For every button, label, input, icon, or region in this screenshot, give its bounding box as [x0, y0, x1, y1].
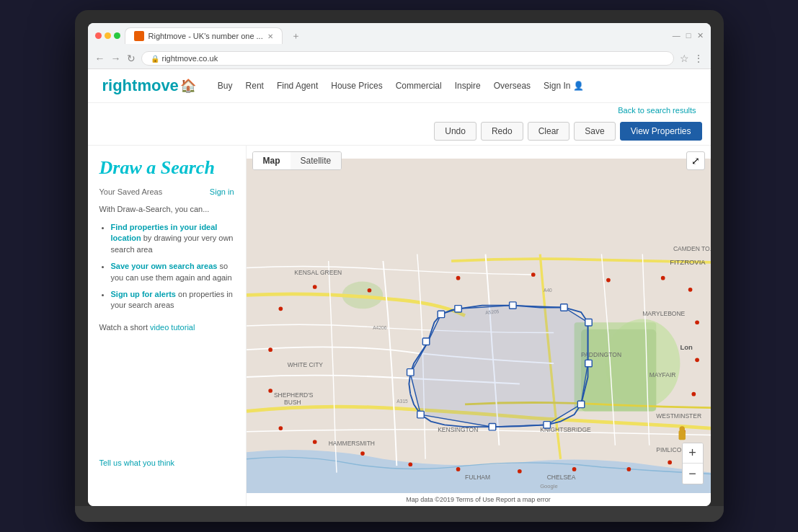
- nav-overseas[interactable]: Overseas: [494, 81, 531, 91]
- svg-text:MAYFAIR: MAYFAIR: [649, 371, 675, 378]
- close-icon[interactable]: ✕: [697, 31, 704, 40]
- svg-text:PIMLICO: PIMLICO: [656, 446, 681, 453]
- undo-button[interactable]: Undo: [434, 122, 476, 141]
- save-button[interactable]: Save: [574, 122, 615, 141]
- svg-text:Lon: Lon: [680, 343, 693, 351]
- svg-point-52: [517, 469, 521, 474]
- sidebar-footer: Tell us what you think: [99, 447, 234, 467]
- tab-favicon: [134, 31, 144, 41]
- video-tutorial-link[interactable]: video tutorial: [150, 323, 195, 332]
- svg-text:FULHAM: FULHAM: [465, 474, 490, 481]
- svg-text:A4206: A4206: [373, 325, 386, 330]
- svg-point-60: [278, 306, 283, 311]
- back-to-search-link[interactable]: Back to search results: [618, 106, 696, 115]
- new-tab-icon[interactable]: ＋: [291, 30, 301, 43]
- minimize-dot[interactable]: [105, 32, 111, 39]
- clear-button[interactable]: Clear: [528, 122, 570, 141]
- nav-commercial[interactable]: Commercial: [396, 81, 442, 91]
- star-icon[interactable]: ☆: [680, 53, 689, 64]
- back-to-search-bar: Back to search results: [88, 103, 711, 118]
- map-container[interactable]: Map Satellite ⤢: [247, 146, 711, 506]
- browser-address-bar: ← → ↻ 🔒 rightmove.co.uk ☆ ⋮: [88, 48, 711, 68]
- browser-tab[interactable]: Rightmove - UK's number one ... ✕: [125, 27, 283, 44]
- close-dot[interactable]: [95, 32, 102, 39]
- svg-rect-32: [577, 401, 584, 407]
- browser-title-bar: Rightmove - UK's number one ... ✕ ＋ — □ …: [88, 23, 711, 48]
- site-content: rightmove 🏠 Buy Rent Find Agent House Pr…: [88, 69, 711, 506]
- zoom-in-button[interactable]: +: [683, 443, 703, 464]
- svg-rect-3: [581, 329, 656, 412]
- saved-areas-bar: Your Saved Areas Sign in: [99, 187, 234, 196]
- minimize-icon[interactable]: —: [673, 31, 680, 40]
- tab-map[interactable]: Map: [253, 152, 291, 169]
- video-link-text: Watch a short: [99, 323, 151, 332]
- map-svg: KENSAL GREEN WHITE CITY SHEPHERD'S BUSH …: [247, 146, 711, 506]
- back-button[interactable]: ←: [95, 53, 105, 64]
- browser-controls: [95, 32, 120, 39]
- svg-point-55: [360, 451, 365, 456]
- nav-inspire[interactable]: Inspire: [455, 81, 481, 91]
- nav-house-prices[interactable]: House Prices: [331, 81, 382, 91]
- redo-button[interactable]: Redo: [481, 122, 523, 141]
- feature-list: Find properties in your ideal location b…: [99, 222, 234, 311]
- svg-point-58: [268, 389, 272, 393]
- svg-text:FITZROVIA: FITZROVIA: [670, 258, 706, 266]
- svg-point-42: [606, 278, 611, 283]
- svg-point-41: [531, 272, 535, 277]
- nav-signin[interactable]: Sign In 👤: [544, 81, 584, 91]
- svg-text:Google: Google: [540, 483, 557, 489]
- svg-rect-35: [417, 411, 423, 417]
- view-properties-button[interactable]: View Properties: [620, 122, 702, 141]
- logo-text: rightmove: [102, 76, 179, 95]
- svg-point-49: [668, 461, 672, 465]
- zoom-out-button[interactable]: −: [683, 464, 703, 484]
- tell-us-link[interactable]: Tell us what you think: [99, 447, 234, 467]
- refresh-button[interactable]: ↻: [127, 53, 136, 64]
- map-attribution: Map data ©2019 Terms of Use Report a map…: [406, 496, 551, 503]
- svg-point-40: [456, 276, 460, 280]
- svg-text:A40: A40: [543, 288, 551, 293]
- svg-rect-31: [585, 360, 591, 366]
- sign-in-link[interactable]: Sign in: [210, 187, 234, 196]
- svg-text:WESTMINSTER: WESTMINSTER: [656, 412, 701, 420]
- svg-marker-26: [410, 306, 588, 427]
- sidebar: Draw a Search Your Saved Areas Sign in W…: [88, 146, 247, 506]
- nav-signin-link[interactable]: Sign In: [544, 81, 570, 91]
- nav-find-agent[interactable]: Find Agent: [277, 81, 318, 91]
- svg-text:CHELSEA: CHELSEA: [546, 474, 575, 481]
- svg-text:KENSAL GREEN: KENSAL GREEN: [294, 269, 342, 276]
- tab-close-icon[interactable]: ✕: [267, 32, 273, 40]
- svg-point-39: [367, 288, 371, 293]
- fullscreen-button[interactable]: ⤢: [686, 151, 705, 170]
- nav-rent[interactable]: Rent: [246, 81, 264, 91]
- site-nav: rightmove 🏠 Buy Rent Find Agent House Pr…: [88, 69, 711, 103]
- tab-satellite[interactable]: Satellite: [291, 152, 342, 169]
- feature-item-3: Sign up for alerts on properties in your…: [111, 289, 234, 311]
- main-layout: Draw a Search Your Saved Areas Sign in W…: [88, 146, 711, 506]
- map-tabs: Map Satellite: [252, 151, 342, 170]
- svg-text:SHEPHERD'S: SHEPHERD'S: [273, 391, 313, 399]
- laptop-screen: Rightmove - UK's number one ... ✕ ＋ — □ …: [88, 23, 711, 506]
- zoom-controls: + −: [682, 443, 704, 484]
- address-text: rightmove.co.uk: [162, 54, 218, 63]
- address-bar[interactable]: 🔒 rightmove.co.uk: [141, 51, 674, 66]
- more-icon[interactable]: ⋮: [693, 53, 704, 64]
- svg-rect-30: [585, 319, 591, 326]
- svg-point-57: [278, 426, 283, 430]
- svg-point-44: [688, 288, 692, 292]
- restore-icon[interactable]: □: [686, 31, 691, 40]
- browser-actions: ☆ ⋮: [680, 53, 704, 64]
- forward-button[interactable]: →: [111, 53, 121, 64]
- svg-text:BUSH: BUSH: [284, 399, 301, 406]
- maximize-dot[interactable]: [114, 32, 120, 39]
- nav-buy[interactable]: Buy: [218, 81, 233, 91]
- svg-point-54: [408, 462, 412, 466]
- feature-highlight-2: Save your own search areas: [111, 262, 218, 270]
- browser-chrome: Rightmove - UK's number one ... ✕ ＋ — □ …: [88, 23, 711, 69]
- lock-icon: 🔒: [151, 55, 159, 63]
- svg-point-43: [660, 276, 665, 280]
- svg-rect-63: [678, 430, 685, 440]
- map-action-bar: Undo Redo Clear Save View Properties: [88, 118, 711, 146]
- svg-text:WHITE CITY: WHITE CITY: [287, 361, 323, 368]
- nav-links: Buy Rent Find Agent House Prices Commerc…: [218, 81, 696, 91]
